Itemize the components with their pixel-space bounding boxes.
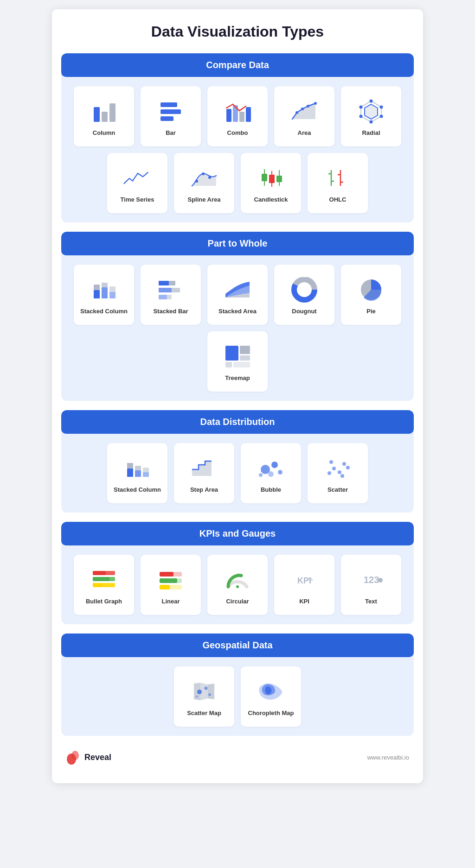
- svg-point-18: [380, 106, 383, 109]
- chart-card-choropleth-map[interactable]: Choropleth Map: [241, 666, 301, 727]
- chart-card-spline-area[interactable]: Spline Area: [174, 153, 234, 213]
- svg-rect-66: [143, 472, 149, 477]
- chart-card-stacked-column-2[interactable]: Stacked Column: [107, 443, 167, 503]
- svg-rect-65: [135, 466, 141, 470]
- chart-card-ohlc[interactable]: OHLC: [308, 153, 368, 213]
- chart-card-treemap[interactable]: Treemap: [207, 331, 268, 392]
- section-part-to-whole: Part to Whole Stacked Column: [61, 232, 414, 401]
- svg-rect-85: [93, 583, 102, 587]
- chart-card-bubble[interactable]: Bubble: [241, 443, 301, 503]
- svg-rect-1: [102, 112, 108, 122]
- scatter-label: Scatter: [327, 486, 348, 493]
- svg-point-23: [195, 180, 198, 183]
- svg-rect-5: [160, 116, 173, 121]
- time-series-label: Time Series: [121, 196, 154, 203]
- svg-rect-57: [225, 346, 238, 361]
- chart-card-area[interactable]: Area: [274, 86, 334, 146]
- text-label: Text: [365, 598, 377, 605]
- svg-point-73: [327, 471, 331, 475]
- radial-icon: [356, 98, 386, 126]
- time-series-icon: [122, 165, 152, 192]
- chart-card-linear[interactable]: Linear: [141, 555, 201, 615]
- svg-point-78: [329, 460, 333, 464]
- brand-logo: Reveal: [66, 750, 111, 765]
- stacked-bar-label: Stacked Bar: [153, 308, 188, 315]
- section-compare-data: Compare Data Column: [61, 53, 414, 222]
- chart-card-time-series[interactable]: Time Series: [107, 153, 167, 213]
- footer-url: www.revealbi.io: [367, 754, 409, 761]
- svg-point-96: [378, 578, 383, 583]
- chart-card-scatter-map[interactable]: Scatter Map: [174, 666, 234, 727]
- step-area-icon: [189, 455, 219, 482]
- chart-card-candlestick[interactable]: Candlestick: [241, 153, 301, 213]
- section-header-part: Part to Whole: [61, 232, 414, 255]
- section-geospatial: Geospatial Data Scatter Map: [61, 634, 414, 736]
- section-body-part: Stacked Column Stacked Bar: [61, 255, 414, 401]
- pie-label: Pie: [366, 308, 376, 315]
- svg-point-97: [197, 690, 202, 694]
- svg-rect-44: [102, 283, 108, 287]
- chart-card-scatter[interactable]: Scatter: [308, 443, 368, 503]
- chart-card-text[interactable]: 123 Text: [341, 555, 401, 615]
- svg-point-11: [295, 111, 298, 114]
- chart-card-circular[interactable]: Circular: [207, 555, 268, 615]
- chart-card-stacked-area[interactable]: Stacked Area: [207, 265, 268, 325]
- chart-card-bar[interactable]: Bar: [141, 86, 201, 146]
- bar-label: Bar: [166, 129, 176, 136]
- bullet-graph-label: Bullet Graph: [86, 598, 122, 605]
- svg-rect-9: [246, 107, 251, 122]
- svg-point-20: [370, 120, 373, 124]
- circular-icon: [223, 566, 252, 594]
- svg-marker-16: [365, 104, 378, 119]
- chart-card-bullet-graph[interactable]: Bullet Graph: [74, 555, 134, 615]
- choropleth-map-icon: [256, 678, 286, 706]
- treemap-label: Treemap: [225, 374, 250, 381]
- svg-text:123: 123: [364, 575, 379, 585]
- svg-rect-58: [240, 346, 250, 354]
- svg-rect-0: [94, 107, 100, 122]
- chart-card-stacked-column[interactable]: Stacked Column: [74, 265, 134, 325]
- treemap-icon: [223, 343, 252, 371]
- chart-card-step-area[interactable]: Step Area: [174, 443, 234, 503]
- svg-rect-61: [233, 362, 250, 367]
- linear-label: Linear: [161, 598, 180, 605]
- svg-point-76: [342, 462, 346, 466]
- chart-card-combo[interactable]: Combo: [207, 86, 268, 146]
- kpi-icon: KPI %: [289, 566, 319, 594]
- linear-icon: [156, 566, 186, 594]
- scatter-map-icon: [189, 678, 219, 706]
- circular-label: Circular: [226, 598, 249, 605]
- chart-card-dougnut[interactable]: Dougnut: [274, 265, 334, 325]
- chart-card-kpi[interactable]: KPI % KPI: [274, 555, 334, 615]
- svg-rect-48: [169, 281, 175, 285]
- combo-icon: [223, 98, 252, 126]
- svg-rect-83: [93, 571, 106, 575]
- scatter-icon: [323, 455, 353, 482]
- svg-point-24: [202, 172, 205, 175]
- stacked-column-icon: [89, 276, 119, 304]
- bar-icon: [156, 98, 186, 126]
- chart-card-radial[interactable]: Radial: [341, 86, 401, 146]
- svg-point-12: [301, 108, 304, 110]
- stacked-bar-icon: [156, 276, 186, 304]
- page-title: Data Visualization Types: [61, 23, 414, 40]
- svg-point-17: [370, 100, 373, 103]
- ohlc-icon: [323, 165, 353, 192]
- stacked-column-2-label: Stacked Column: [114, 486, 161, 493]
- ohlc-label: OHLC: [329, 196, 347, 203]
- svg-rect-64: [135, 470, 141, 477]
- chart-card-column[interactable]: Column: [74, 86, 134, 146]
- svg-point-74: [332, 467, 336, 470]
- chart-card-stacked-bar[interactable]: Stacked Bar: [141, 265, 201, 325]
- column-icon: [89, 98, 119, 126]
- chart-card-pie[interactable]: Pie: [341, 265, 401, 325]
- footer: Reveal www.revealbi.io: [61, 750, 414, 765]
- svg-point-71: [259, 473, 263, 477]
- svg-rect-62: [127, 469, 133, 477]
- reveal-logo-icon: [66, 750, 81, 765]
- brand-name: Reveal: [84, 753, 111, 762]
- section-body-distribution: Stacked Column Step Area: [61, 434, 414, 513]
- svg-rect-47: [159, 281, 169, 285]
- svg-point-102: [71, 751, 79, 760]
- svg-point-92: [236, 585, 239, 588]
